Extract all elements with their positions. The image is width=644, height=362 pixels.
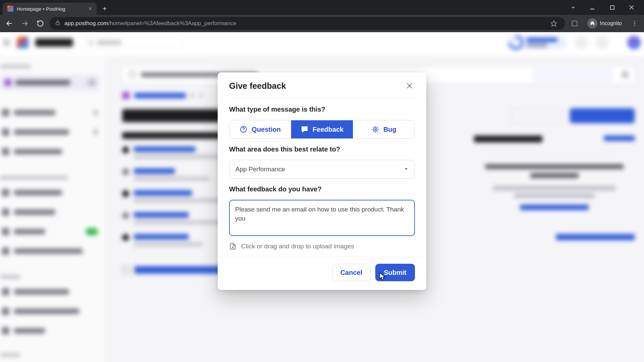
area-select[interactable]: App Performance	[229, 160, 415, 179]
tabs-dropdown-icon[interactable]	[564, 1, 583, 13]
feedback-modal: Give feedback What type of message is th…	[218, 72, 426, 290]
submit-button-label: Submit	[384, 269, 407, 277]
label-feedback: What feedback do you have?	[229, 185, 415, 193]
label-message-type: What type of message is this?	[229, 106, 415, 113]
svg-marker-20	[405, 168, 408, 170]
question-icon	[239, 125, 248, 133]
incognito-indicator[interactable]: Incognito	[583, 16, 627, 31]
window-minimize-button[interactable]	[583, 1, 602, 13]
new-tab-button[interactable]: +	[99, 3, 110, 14]
feedback-textarea[interactable]	[229, 200, 415, 236]
tab-title: Homepage • PostHog	[17, 6, 65, 12]
svg-point-11	[634, 25, 635, 26]
svg-point-10	[634, 23, 635, 24]
modal-body: What type of message is this? Question F…	[218, 98, 426, 257]
lock-icon	[55, 20, 60, 27]
modal-footer: Cancel Submit	[218, 257, 426, 290]
type-option-question-label: Question	[252, 126, 281, 133]
feedback-icon	[301, 125, 309, 133]
svg-marker-7	[551, 21, 557, 26]
window-close-button[interactable]	[622, 1, 641, 13]
upload-dropzone[interactable]: Click or drag and drop to upload images	[229, 243, 415, 252]
type-option-feedback-label: Feedback	[313, 126, 343, 133]
tab-strip: Homepage • PostHog × +	[0, 0, 644, 15]
browser-chrome: Homepage • PostHog × +	[0, 0, 644, 32]
window-maximize-button[interactable]	[602, 1, 622, 13]
nav-back-button[interactable]	[3, 17, 15, 29]
browser-tab[interactable]: Homepage • PostHog ×	[3, 3, 97, 15]
browser-menu-icon[interactable]	[629, 17, 641, 29]
modal-header: Give feedback	[218, 72, 426, 98]
svg-rect-6	[56, 22, 60, 25]
modal-title: Give feedback	[229, 81, 286, 91]
label-area: What area does this best relate to?	[229, 145, 415, 153]
bug-icon	[371, 125, 379, 133]
svg-point-15	[243, 131, 244, 131]
upload-file-icon	[229, 243, 236, 250]
type-option-question[interactable]: Question	[229, 120, 291, 138]
message-type-segmented: Question Feedback Bug	[229, 120, 415, 139]
svg-point-19	[375, 129, 376, 130]
nav-reload-button[interactable]	[34, 17, 46, 29]
svg-point-17	[304, 130, 305, 130]
close-icon	[407, 83, 413, 89]
modal-close-button[interactable]	[404, 80, 415, 91]
type-option-feedback[interactable]: Feedback	[291, 120, 353, 138]
svg-rect-1	[610, 6, 614, 9]
incognito-label: Incognito	[600, 20, 622, 26]
extensions-icon[interactable]	[569, 17, 581, 29]
cancel-button[interactable]: Cancel	[332, 264, 371, 281]
submit-button[interactable]: Submit	[375, 264, 415, 281]
svg-rect-0	[590, 9, 594, 9]
cancel-button-label: Cancel	[340, 269, 363, 277]
type-option-bug-label: Bug	[383, 126, 396, 133]
bookmark-star-icon[interactable]	[548, 17, 560, 29]
omnibox[interactable]: app.posthog.com/home#panel=%3Afeedback%3…	[50, 17, 565, 30]
addr-right: Incognito	[569, 16, 641, 31]
svg-rect-8	[572, 21, 577, 26]
nav-forward-button[interactable]	[19, 17, 31, 29]
page-viewport: Give feedback What type of message is th…	[0, 32, 644, 362]
address-bar: app.posthog.com/home#panel=%3Afeedback%3…	[0, 15, 644, 32]
tab-favicon	[7, 6, 13, 12]
modal-overlay[interactable]: Give feedback What type of message is th…	[0, 32, 644, 362]
url-text: app.posthog.com/home#panel=%3Afeedback%3…	[64, 20, 544, 27]
incognito-icon	[587, 18, 597, 28]
area-select-value: App Performance	[235, 166, 285, 173]
window-controls	[564, 1, 641, 13]
chevron-down-icon	[404, 166, 409, 173]
tab-close-icon[interactable]: ×	[88, 5, 92, 12]
type-option-bug[interactable]: Bug	[353, 120, 415, 138]
upload-hint-text: Click or drag and drop to upload images	[241, 243, 354, 250]
svg-point-9	[634, 21, 635, 22]
